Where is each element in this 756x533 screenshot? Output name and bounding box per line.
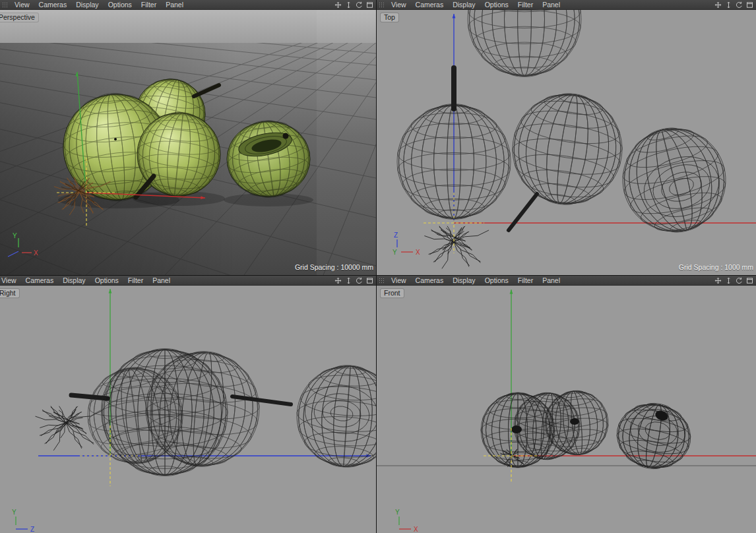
axis-label-v: Y bbox=[13, 232, 17, 239]
viewport-menubar: View Cameras Display Options Filter Pane… bbox=[0, 0, 376, 10]
view-label: Top bbox=[381, 13, 398, 22]
menu-item-options[interactable]: Options bbox=[90, 276, 123, 285]
menu-item-cameras[interactable]: Cameras bbox=[411, 276, 449, 285]
view-label: Perspective bbox=[0, 13, 38, 22]
menu-item-display[interactable]: Display bbox=[448, 0, 480, 9]
grid-spacing-label: Grid Spacing : 1000 mm bbox=[679, 263, 753, 271]
dolly-icon[interactable] bbox=[345, 1, 352, 9]
menu-item-view[interactable]: View bbox=[10, 0, 34, 9]
viewport-nav-icons bbox=[334, 1, 376, 9]
scene-perspective[interactable]: YX bbox=[0, 10, 376, 275]
menu-item-display[interactable]: Display bbox=[58, 276, 90, 285]
menu-item-panel[interactable]: Panel bbox=[161, 0, 188, 9]
axis-label-h: X bbox=[34, 249, 38, 257]
menu-item-cameras[interactable]: Cameras bbox=[411, 0, 449, 9]
viewport-nav-icons bbox=[334, 277, 376, 284]
maximize-icon[interactable] bbox=[746, 277, 753, 284]
grid-spacing-label: Grid Spacing : 10000 mm bbox=[295, 263, 373, 271]
drag-handle-icon[interactable] bbox=[379, 2, 384, 7]
axis-label-v: Y bbox=[12, 509, 16, 516]
viewport-menubar: View Cameras Display Options Filter Pane… bbox=[377, 276, 756, 286]
menu-item-panel[interactable]: Panel bbox=[538, 276, 565, 285]
menu-item-panel[interactable]: Panel bbox=[148, 276, 175, 285]
viewport-right[interactable]: View Cameras Display Options Filter Pane… bbox=[0, 276, 376, 533]
viewport-menubar: View Cameras Display Options Filter Pane… bbox=[377, 0, 756, 10]
maximize-icon[interactable] bbox=[746, 1, 753, 9]
axis-label-h: Z bbox=[30, 526, 34, 533]
scene-canvas-right: YZ bbox=[0, 286, 376, 533]
menu-item-view[interactable]: View bbox=[387, 276, 411, 285]
pan-icon[interactable] bbox=[714, 1, 722, 9]
drag-handle-icon[interactable] bbox=[2, 2, 7, 7]
scene-right[interactable]: YZ bbox=[0, 286, 376, 533]
menu-item-cameras[interactable]: Cameras bbox=[21, 276, 59, 285]
dolly-icon[interactable] bbox=[725, 277, 732, 284]
viewport-nav-icons bbox=[714, 277, 756, 284]
menu-item-view[interactable]: View bbox=[387, 0, 411, 9]
view-label: Right bbox=[0, 289, 19, 298]
scene-top[interactable]: ZYX bbox=[377, 10, 756, 275]
dolly-icon[interactable] bbox=[725, 1, 732, 9]
axis-label-v: Y bbox=[395, 509, 400, 516]
apple-wireframe[interactable] bbox=[294, 362, 376, 470]
c4d-four-view-window: View Cameras Display Options Filter Pane… bbox=[0, 0, 756, 533]
view-label: Front bbox=[381, 289, 404, 298]
scene-canvas-top: ZYX bbox=[377, 10, 756, 275]
axis-label-h: X bbox=[416, 249, 420, 256]
menu-item-display[interactable]: Display bbox=[71, 0, 103, 9]
apple-wireframe[interactable] bbox=[505, 86, 629, 212]
menu-item-filter[interactable]: Filter bbox=[137, 0, 161, 9]
menu-item-options[interactable]: Options bbox=[480, 0, 513, 9]
scene-front[interactable]: YX bbox=[377, 286, 756, 533]
menu-item-view[interactable]: View bbox=[0, 276, 21, 285]
rotate-icon[interactable] bbox=[356, 1, 363, 9]
dolly-icon[interactable] bbox=[345, 277, 352, 284]
rotate-icon[interactable] bbox=[356, 277, 363, 284]
axis-label-up: Z bbox=[394, 232, 398, 239]
menu-item-panel[interactable]: Panel bbox=[538, 0, 565, 9]
menu-item-display[interactable]: Display bbox=[448, 276, 480, 285]
maximize-icon[interactable] bbox=[366, 277, 373, 284]
viewport-nav-icons bbox=[714, 1, 756, 9]
apple-wireframe[interactable] bbox=[612, 117, 737, 243]
viewport-perspective[interactable]: View Cameras Display Options Filter Pane… bbox=[0, 0, 376, 275]
viewport-top[interactable]: View Cameras Display Options Filter Pane… bbox=[377, 0, 756, 275]
menu-item-filter[interactable]: Filter bbox=[513, 276, 538, 285]
menu-item-options[interactable]: Options bbox=[480, 276, 513, 285]
viewport-front[interactable]: View Cameras Display Options Filter Pane… bbox=[377, 276, 756, 533]
menu-item-filter[interactable]: Filter bbox=[123, 276, 148, 285]
scene-canvas-front: YX bbox=[377, 286, 756, 533]
apple-calyx-tuft[interactable] bbox=[425, 226, 489, 268]
menu-item-cameras[interactable]: Cameras bbox=[34, 0, 72, 9]
axis-label-h: X bbox=[414, 526, 418, 533]
pan-icon[interactable] bbox=[334, 1, 342, 9]
apple-wireframe[interactable] bbox=[468, 10, 581, 77]
drag-handle-icon[interactable] bbox=[379, 278, 384, 283]
rotate-icon[interactable] bbox=[736, 277, 743, 284]
menu-item-options[interactable]: Options bbox=[104, 0, 137, 9]
maximize-icon[interactable] bbox=[366, 1, 373, 9]
menu-item-filter[interactable]: Filter bbox=[513, 0, 538, 9]
pan-icon[interactable] bbox=[714, 277, 722, 284]
rotate-icon[interactable] bbox=[736, 1, 743, 9]
pan-icon[interactable] bbox=[334, 277, 342, 284]
scene-canvas-perspective: YX bbox=[0, 10, 376, 275]
viewport-menubar: View Cameras Display Options Filter Pane… bbox=[0, 276, 376, 286]
axis-label-v: Y bbox=[393, 249, 397, 256]
